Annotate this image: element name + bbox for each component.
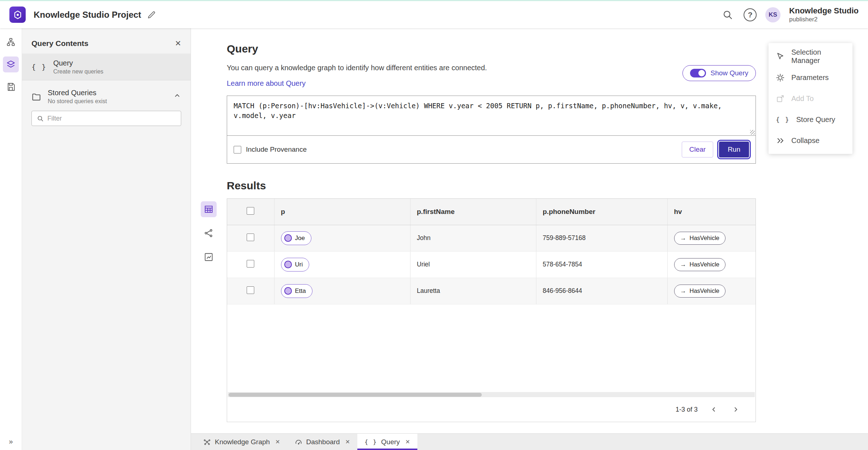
tab-dashboard[interactable]: Dashboard ✕ bbox=[288, 434, 357, 450]
chevron-up-icon[interactable] bbox=[173, 92, 181, 101]
table-header-row: p p.firstName p.phoneNumber hv bbox=[227, 199, 756, 225]
menu-item-label: Selection Manager bbox=[791, 48, 845, 65]
query-context-menu: Selection Manager Parameters Add To { } … bbox=[769, 43, 852, 154]
pagination-info: 1-3 of 3 bbox=[676, 406, 698, 413]
dashboard-icon bbox=[295, 438, 302, 446]
filter-box bbox=[31, 111, 181, 126]
previous-page-button[interactable] bbox=[709, 404, 719, 415]
row-checkbox[interactable] bbox=[247, 286, 254, 294]
selection-manager-icon bbox=[776, 52, 785, 61]
include-provenance-option[interactable]: Include Provenance bbox=[234, 146, 307, 153]
edit-title-icon[interactable] bbox=[147, 10, 156, 20]
stored-queries-description: No stored queries exist bbox=[48, 98, 107, 105]
node-label: Etta bbox=[295, 287, 306, 295]
menu-item-collapse[interactable]: Collapse bbox=[769, 130, 852, 151]
show-query-label: Show Query bbox=[710, 69, 748, 77]
edge-pill[interactable]: →HasVehicle bbox=[674, 232, 726, 245]
next-page-button[interactable] bbox=[730, 404, 741, 415]
node-label: Joe bbox=[295, 235, 305, 242]
column-header-firstname[interactable]: p.firstName bbox=[410, 199, 536, 225]
query-text-input[interactable]: MATCH (p:Person)-[hv:HasVehicle]->(v:Veh… bbox=[227, 96, 756, 136]
edge-label: HasVehicle bbox=[690, 261, 720, 268]
column-header-p[interactable]: p bbox=[274, 199, 410, 225]
run-button[interactable]: Run bbox=[719, 142, 749, 157]
close-tab-icon[interactable]: ✕ bbox=[405, 438, 410, 445]
edge-arrow-icon: → bbox=[680, 287, 686, 295]
menu-item-label: Add To bbox=[791, 94, 814, 103]
collapse-icon bbox=[776, 136, 785, 145]
cell-phonenumber: 846-956-8644 bbox=[536, 278, 667, 304]
clear-button[interactable]: Clear bbox=[682, 142, 713, 157]
menu-item-store-query[interactable]: { } Store Query bbox=[769, 109, 852, 130]
sidebar-item-query[interactable]: { } Query Create new queries bbox=[22, 54, 191, 80]
column-header-phonenumber[interactable]: p.phoneNumber bbox=[536, 199, 667, 225]
node-dot-icon bbox=[284, 234, 292, 242]
node-pill[interactable]: Joe bbox=[281, 231, 311, 245]
product-name: Knowledge Studio bbox=[789, 6, 859, 16]
folder-icon bbox=[31, 92, 41, 102]
braces-icon: { } bbox=[776, 116, 790, 123]
column-header-hv[interactable]: hv bbox=[667, 199, 756, 225]
query-actions-row: Include Provenance Clear Run bbox=[227, 136, 756, 163]
search-icon[interactable] bbox=[720, 8, 735, 22]
query-editor-box: MATCH (p:Person)-[hv:HasVehicle]->(v:Veh… bbox=[227, 96, 756, 164]
edge-arrow-icon: → bbox=[680, 235, 686, 242]
table-row: Etta Lauretta 846-956-8644 →HasVehicle bbox=[227, 278, 756, 304]
include-provenance-checkbox[interactable] bbox=[234, 146, 241, 153]
chart-view-icon[interactable] bbox=[201, 249, 217, 265]
filter-input[interactable] bbox=[47, 115, 176, 122]
tab-label: Knowledge Graph bbox=[215, 438, 270, 446]
edge-pill[interactable]: →HasVehicle bbox=[674, 285, 726, 298]
bottom-tab-bar: Knowledge Graph ✕ Dashboard ✕ { } Query … bbox=[191, 433, 868, 450]
node-dot-icon bbox=[284, 287, 292, 295]
horizontal-scrollbar[interactable] bbox=[228, 392, 755, 397]
table-row: Uri Uriel 578-654-7854 →HasVehicle bbox=[227, 251, 756, 278]
row-checkbox[interactable] bbox=[247, 260, 254, 268]
learn-more-link[interactable]: Learn more about Query bbox=[227, 79, 306, 88]
body: » Query Contents ✕ { } Query Create new … bbox=[0, 28, 868, 450]
save-icon[interactable] bbox=[3, 79, 19, 95]
app-logo-icon bbox=[9, 7, 26, 23]
close-tab-icon[interactable]: ✕ bbox=[345, 438, 350, 445]
results-title: Results bbox=[227, 180, 756, 192]
user-avatar[interactable]: KS bbox=[765, 7, 780, 22]
tab-knowledge-graph[interactable]: Knowledge Graph ✕ bbox=[196, 434, 288, 450]
node-dot-icon bbox=[284, 261, 292, 268]
table-empty-space bbox=[227, 304, 756, 392]
cell-firstname: Lauretta bbox=[410, 278, 536, 304]
menu-item-parameters[interactable]: Parameters bbox=[769, 67, 852, 88]
query-item-description: Create new queries bbox=[53, 68, 103, 75]
node-pill[interactable]: Etta bbox=[281, 284, 312, 298]
expand-rail-icon[interactable]: » bbox=[0, 437, 22, 446]
query-page-title: Query bbox=[227, 43, 756, 55]
close-panel-icon[interactable]: ✕ bbox=[175, 39, 181, 48]
edge-pill[interactable]: →HasVehicle bbox=[674, 258, 726, 271]
node-pill[interactable]: Uri bbox=[281, 258, 310, 272]
cell-firstname: Uriel bbox=[410, 251, 536, 278]
query-item-label: Query bbox=[53, 59, 103, 67]
query-contents-panel: Query Contents ✕ { } Query Create new qu… bbox=[22, 28, 191, 450]
model-hierarchy-icon[interactable] bbox=[3, 34, 19, 50]
menu-item-label: Store Query bbox=[796, 115, 835, 124]
user-identity[interactable]: Knowledge Studio publisher2 bbox=[789, 6, 859, 23]
results-table-card: p p.firstName p.phoneNumber hv Joe bbox=[227, 198, 756, 422]
graph-view-icon[interactable] bbox=[201, 225, 217, 241]
close-tab-icon[interactable]: ✕ bbox=[275, 438, 280, 445]
filter-search-icon bbox=[37, 115, 44, 122]
scrollbar-thumb[interactable] bbox=[229, 393, 482, 397]
row-checkbox[interactable] bbox=[247, 234, 254, 241]
menu-item-selection-manager[interactable]: Selection Manager bbox=[769, 46, 852, 67]
show-query-toggle[interactable]: Show Query bbox=[682, 65, 756, 81]
table-view-icon[interactable] bbox=[201, 201, 217, 217]
top-bar: Knowledge Studio Project ? KS Knowledge … bbox=[0, 0, 868, 28]
toggle-switch-icon bbox=[690, 69, 706, 77]
results-view-toolbar bbox=[201, 201, 217, 265]
app-window: Knowledge Studio Project ? KS Knowledge … bbox=[0, 0, 868, 450]
edge-arrow-icon: → bbox=[680, 261, 686, 268]
layers-icon[interactable] bbox=[3, 56, 19, 72]
stored-queries-section[interactable]: Stored Queries No stored queries exist bbox=[22, 84, 191, 109]
tab-query[interactable]: { } Query ✕ bbox=[357, 434, 417, 450]
user-role: publisher2 bbox=[789, 16, 859, 23]
select-all-checkbox[interactable] bbox=[247, 207, 254, 215]
help-icon[interactable]: ? bbox=[744, 8, 757, 21]
